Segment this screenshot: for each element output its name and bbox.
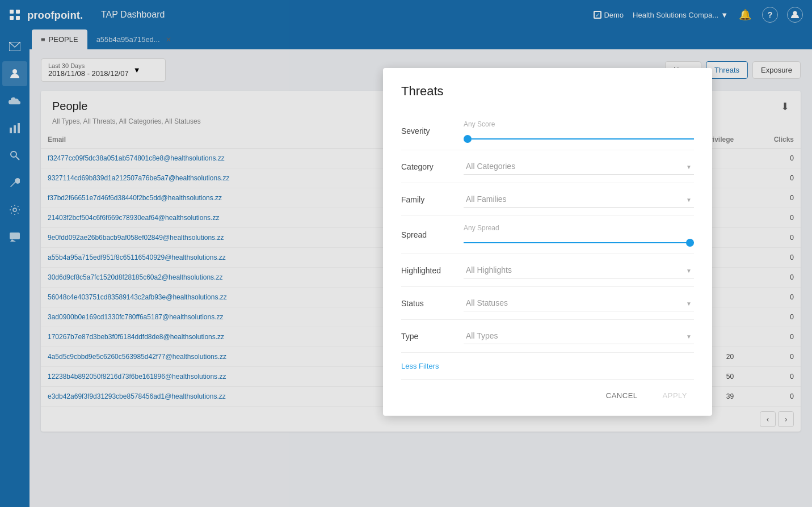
status-control: All Statuses [464,295,694,311]
type-filter-row: Type All Types [401,320,694,353]
highlighted-control: All Highlights [464,262,694,278]
apply-button[interactable]: APPLY [656,387,694,404]
severity-control: Any Score [464,120,694,142]
type-control: All Types [464,328,694,344]
status-filter-row: Status All Statuses [401,287,694,320]
spread-filter-row: Spread Any Spread [401,216,694,254]
highlighted-filter-row: Highlighted All Highlights [401,254,694,287]
spread-hint: Any Spread [464,224,499,232]
highlighted-label: Highlighted [401,266,464,275]
type-select[interactable]: All Types [464,328,694,344]
family-filter-row: Family All Families [401,183,694,216]
severity-slider[interactable] [464,138,694,140]
cancel-button[interactable]: CANCEL [599,387,645,404]
spread-label: Spread [401,230,464,239]
type-label: Type [401,332,464,341]
spread-slider[interactable] [464,242,694,243]
category-select[interactable]: All CategoriesMalwarePhishingSpam [464,158,694,175]
family-control: All Families [464,191,694,208]
spread-control: Any Spread [464,224,694,246]
category-label: Category [401,162,464,171]
family-select[interactable]: All Families [464,191,694,208]
severity-label: Severity [401,126,464,136]
severity-filter-row: Severity Any Score [401,112,694,150]
threats-panel: Threats Severity Any Score Category All … [383,68,712,416]
highlighted-select[interactable]: All Highlights [464,262,694,278]
status-select[interactable]: All Statuses [464,295,694,311]
less-filters-link[interactable]: Less Filters [401,353,439,375]
panel-footer: CANCEL APPLY [401,379,694,404]
category-control: All CategoriesMalwarePhishingSpam [464,158,694,175]
severity-hint: Any Score [464,120,495,128]
threats-panel-title: Threats [401,84,694,99]
category-filter-row: Category All CategoriesMalwarePhishingSp… [401,150,694,183]
family-label: Family [401,195,464,204]
status-label: Status [401,299,464,308]
